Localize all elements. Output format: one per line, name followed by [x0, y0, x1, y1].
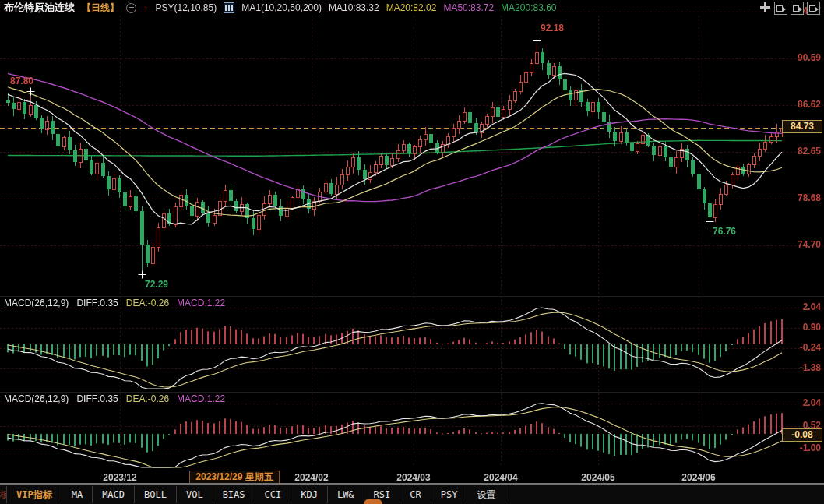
- macd2-title[interactable]: MACD(26,12,9): [4, 393, 69, 404]
- tab-VOL[interactable]: VOL: [177, 486, 213, 503]
- pane-close-icon[interactable]: [807, 2, 820, 15]
- macd1-dea-value: DEA:-0.26: [126, 298, 169, 308]
- up-arrow-icon: ↑: [143, 2, 149, 14]
- time-axis-label: 2024/06: [674, 472, 724, 483]
- time-axis-label: 2024/03: [389, 472, 438, 483]
- tab-BIAS[interactable]: BIAS: [213, 486, 255, 503]
- symbol-name[interactable]: 布伦特原油连续: [4, 1, 75, 15]
- time-axis-label: 2024/05: [573, 472, 623, 483]
- indicator-toolbar: 板 VIP指标MAMACDBOLLVOLBIASCCIKDJLW&RSICRPS…: [0, 485, 824, 504]
- move-chart-icon[interactable]: [759, 2, 771, 13]
- macd1-axis-label: -1.38: [800, 362, 821, 373]
- ma200-value: MA200:83.60: [501, 2, 556, 13]
- price-annotation: 72.29: [145, 279, 168, 290]
- chart-toolbar-icons: [759, 2, 820, 15]
- macd2-diff-value: DIFF:0.35: [76, 393, 118, 404]
- tab-KDJ[interactable]: KDJ: [291, 486, 328, 503]
- price-axis-label: 82.65: [798, 146, 821, 157]
- macd1-diff-value: DIFF:0.35: [76, 298, 118, 308]
- chart-app-window: 布伦特原油连续 【日线】 ↑ PSY(12,10,85) MA1(10,20,5…: [0, 0, 824, 504]
- tab-CR[interactable]: CR: [400, 486, 431, 503]
- indicator-psy-label[interactable]: PSY(12,10,85): [156, 2, 217, 13]
- candlestick-chart-canvas[interactable]: [0, 0, 824, 504]
- scroll-handle-nub[interactable]: [364, 499, 382, 504]
- pane-add-icon[interactable]: [774, 2, 787, 15]
- ma50-value: MA50:83.72: [443, 2, 494, 13]
- price-axis-label: 78.68: [798, 192, 821, 203]
- current-price-box: 84.73: [782, 120, 822, 133]
- tab-设置[interactable]: 设置: [467, 486, 505, 503]
- tab-VIP指标[interactable]: VIP指标: [7, 486, 62, 503]
- indicator-ma-group-label[interactable]: MA1(10,20,50,200): [241, 2, 322, 13]
- tab-CCI[interactable]: CCI: [255, 486, 292, 503]
- pane-expand-icon[interactable]: [791, 2, 804, 15]
- clipped-tab-fragment[interactable]: 板: [0, 486, 7, 503]
- price-axis-label: 74.70: [798, 239, 821, 250]
- price-axis-label: 86.62: [798, 99, 821, 110]
- macd1-axis-label: 2.04: [803, 301, 821, 312]
- macd2-current-value-box: -0.08: [782, 428, 822, 442]
- macd2-axis-label: -1.00: [800, 442, 821, 453]
- macd1-header: MACD(26,12,9)DIFF:0.35DEA:-0.26MACD:1.22: [4, 298, 233, 308]
- macd1-axis-label: -0.24: [800, 342, 821, 353]
- tab-MA[interactable]: MA: [62, 486, 93, 503]
- tab-BOLL[interactable]: BOLL: [135, 486, 177, 503]
- time-axis-label: 2024/04: [476, 472, 526, 483]
- price-annotation: 87.80: [10, 76, 33, 86]
- tab-MACD[interactable]: MACD: [93, 486, 135, 503]
- tab-PSY[interactable]: PSY: [431, 486, 468, 503]
- macd2-header: MACD(26,12,9)DIFF:0.35DEA:-0.26MACD:1.22: [4, 393, 233, 404]
- time-axis-label: 2024/02: [287, 472, 336, 483]
- macd1-axis-label: 0.90: [803, 322, 821, 333]
- ma20-value: MA20:82.02: [386, 2, 437, 13]
- toolbar-separator: [0, 483, 824, 485]
- price-axis-label: 90.59: [798, 52, 821, 63]
- macd2-dea-value: DEA:-0.26: [126, 393, 169, 404]
- mini-chart-icon[interactable]: [224, 2, 234, 13]
- macd1-title[interactable]: MACD(26,12,9): [4, 298, 69, 308]
- tab-LW&[interactable]: LW&: [328, 486, 364, 503]
- time-axis-label: 2023/12: [95, 472, 145, 483]
- chart-header: 布伦特原油连续 【日线】 ↑ PSY(12,10,85) MA1(10,20,5…: [4, 0, 557, 16]
- collapse-circle-icon[interactable]: [126, 3, 136, 13]
- macd1-macd-value: MACD:1.22: [177, 298, 225, 308]
- price-annotation: 76.76: [713, 226, 736, 237]
- ma10-value: MA10:83.32: [329, 2, 379, 13]
- price-annotation: 92.18: [541, 23, 564, 33]
- macd2-axis-label: 2.04: [803, 397, 821, 408]
- period-label[interactable]: 【日线】: [82, 2, 119, 15]
- macd2-macd-value: MACD:1.22: [177, 393, 225, 404]
